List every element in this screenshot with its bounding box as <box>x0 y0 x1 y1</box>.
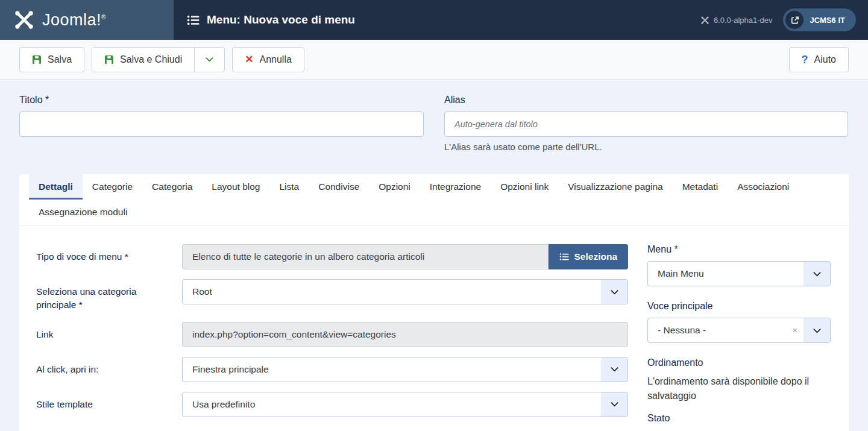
parent-item-label: Voce principale <box>647 301 831 312</box>
tab-visualizzazione-pagina[interactable]: Visualizzazione pagina <box>558 174 672 200</box>
menu-select[interactable]: Main Menu <box>647 261 831 286</box>
save-close-button[interactable]: Salva e Chiudi <box>92 48 194 72</box>
clear-selection-icon[interactable]: × <box>793 326 797 335</box>
tab-bar: Dettagli Categorie Categoria Layout blog… <box>19 174 849 225</box>
alias-help-text: L'Alias sarà usato come parte dell'URL. <box>444 142 848 152</box>
parent-item-select[interactable]: - Nessuna - × <box>647 318 831 343</box>
target-window-select[interactable]: Finestra principale <box>182 357 628 382</box>
ordering-label: Ordinamento <box>647 357 831 368</box>
menu-item-type-row: Tipo di voce di menu * Elenco di tutte l… <box>36 244 628 269</box>
tab-categoria[interactable]: Categoria <box>142 174 202 200</box>
header-main: Menu: Nuova voce di menu 6.0.0-alpha1-de… <box>174 0 868 40</box>
save-options-dropdown-toggle[interactable] <box>194 48 224 72</box>
chevron-down-icon <box>804 262 830 286</box>
preview-site-button[interactable]: JCMS6 IT <box>783 8 856 31</box>
list-icon <box>187 14 200 27</box>
tab-categorie[interactable]: Categorie <box>83 174 142 200</box>
list-icon <box>559 252 569 262</box>
chevron-down-icon <box>205 55 214 64</box>
chevron-down-icon <box>804 318 830 342</box>
menu-select-group: Menu * Main Menu <box>647 244 831 286</box>
target-window-row: Al click, apri in: Finestra principale <box>36 357 628 382</box>
top-header: Joomla!® Menu: Nuova voce di menu <box>0 0 868 40</box>
parent-category-select[interactable]: Root <box>182 279 628 304</box>
registered-mark: ® <box>101 14 106 20</box>
menu-item-type-label: Tipo di voce di menu * <box>36 244 182 263</box>
tab-lista[interactable]: Lista <box>269 174 309 200</box>
chevron-down-icon <box>601 280 627 304</box>
save-icon <box>104 55 114 64</box>
parent-category-row: Seleziona una categoria principale * Roo… <box>36 279 628 312</box>
header-right: 6.0.0-alpha1-dev JCMS6 IT <box>700 8 856 31</box>
save-icon <box>32 55 42 64</box>
tab-opzioni[interactable]: Opzioni <box>369 174 420 200</box>
edit-card: Dettagli Categorie Categoria Layout blog… <box>19 174 849 431</box>
tab-condivise[interactable]: Condivise <box>309 174 369 200</box>
tab-dettagli[interactable]: Dettagli <box>29 174 83 200</box>
version-info: 6.0.0-alpha1-dev <box>700 16 773 25</box>
external-link-icon <box>785 11 804 29</box>
link-row: Link index.php?option=com_content&view=c… <box>36 322 628 347</box>
chevron-down-icon <box>601 357 627 382</box>
help-button[interactable]: ? Aiuto <box>789 47 849 72</box>
chevron-down-icon <box>601 392 627 417</box>
tab-assegnazione-moduli[interactable]: Assegnazione moduli <box>29 200 137 225</box>
menu-label: Menu * <box>647 244 831 255</box>
logo-area: Joomla!® <box>0 0 174 40</box>
question-mark-icon: ? <box>802 54 808 65</box>
save-close-split-button: Salva e Chiudi <box>92 47 225 72</box>
joomla-logo-text: Joomla!® <box>42 11 106 30</box>
page-title: Menu: Nuova voce di menu <box>187 13 355 27</box>
cancel-x-icon: ✕ <box>245 54 253 64</box>
form-right-column: Menu * Main Menu Voce principale - Nessu… <box>647 244 831 430</box>
action-toolbar: Salva Salva e Chiudi ✕ A <box>0 40 868 80</box>
tab-layout-blog[interactable]: Layout blog <box>202 174 269 200</box>
tab-associazioni[interactable]: Associazioni <box>728 174 799 200</box>
link-readonly-field: index.php?option=com_content&view=catego… <box>182 322 628 347</box>
link-label: Link <box>36 322 182 341</box>
menu-item-type-picker: Elenco di tutte le categorie in un alber… <box>182 244 628 269</box>
form-left-column: Tipo di voce di menu * Elenco di tutte l… <box>36 244 628 430</box>
template-style-row: Stile template Usa predefinito <box>36 392 628 417</box>
alias-field-group: Alias L'Alias sarà usato come parte dell… <box>444 95 848 152</box>
joomla-logo-icon <box>13 9 35 31</box>
title-label: Titolo * <box>19 95 424 105</box>
template-style-select[interactable]: Usa predefinito <box>182 392 628 417</box>
joomla-admin-screen: Joomla!® Menu: Nuova voce di menu <box>0 0 868 431</box>
alias-input[interactable] <box>444 112 848 137</box>
tab-integrazione[interactable]: Integrazione <box>420 174 491 200</box>
tab-opzioni-link[interactable]: Opzioni link <box>491 174 558 200</box>
cancel-button[interactable]: ✕ Annulla <box>232 47 304 72</box>
parent-category-label: Seleziona una categoria principale * <box>36 279 182 312</box>
tab-metadati[interactable]: Metadati <box>673 174 728 200</box>
title-input[interactable] <box>19 112 424 137</box>
save-button[interactable]: Salva <box>19 47 84 72</box>
menu-item-type-value: Elenco di tutte le categorie in un alber… <box>182 244 549 269</box>
target-window-label: Al click, apri in: <box>36 357 182 376</box>
title-field-group: Titolo * <box>19 95 424 152</box>
template-style-label: Stile template <box>36 392 182 411</box>
title-alias-section: Titolo * Alias L'Alias sarà usato come p… <box>0 80 868 152</box>
joomla-mark-icon <box>700 16 709 25</box>
alias-label: Alias <box>444 95 848 105</box>
select-type-button[interactable]: Seleziona <box>549 244 629 269</box>
ordering-group: Ordinamento L'ordinamento sarà disponibi… <box>647 357 831 403</box>
parent-item-group: Voce principale - Nessuna - × <box>647 301 831 343</box>
ordering-note: L'ordinamento sarà disponibile dopo il s… <box>647 374 831 403</box>
status-label: Stato <box>647 413 831 424</box>
details-form: Tipo di voce di menu * Elenco di tutte l… <box>19 225 849 430</box>
